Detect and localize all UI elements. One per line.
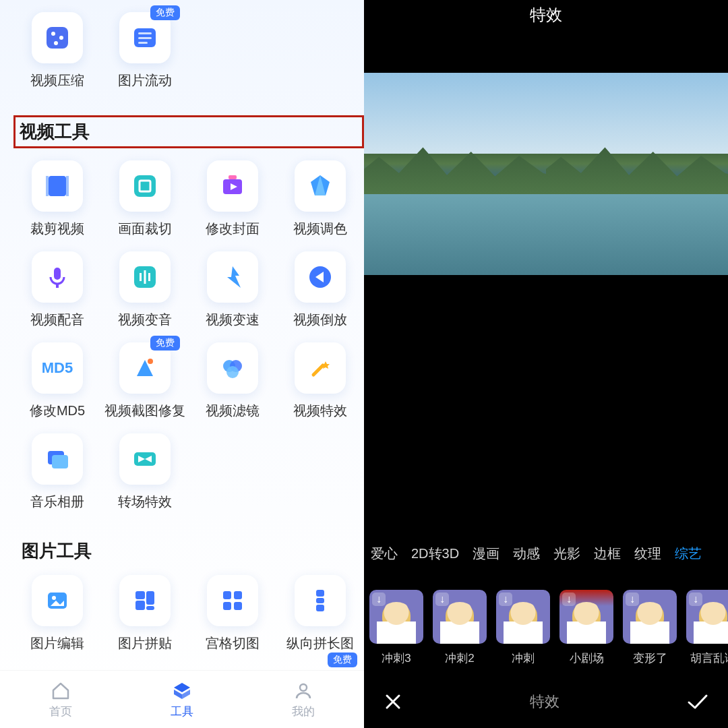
tool-video-filter[interactable]: 视频滤镜 [189,342,276,420]
tool-crop-video[interactable]: 裁剪视频 [13,160,101,238]
tool-image-edit[interactable]: 图片编辑 [13,575,101,653]
top-tool-row: 视频压缩 免费 图片流动 [0,0,364,103]
tool-screenshot-fix[interactable]: 免费 视频截图修复 [101,342,189,420]
tool-video-reverse[interactable]: 视频倒放 [276,251,364,329]
svg-point-2 [59,36,63,40]
svg-rect-6 [138,37,152,39]
tool-grid-cut[interactable]: 宫格切图 [189,575,276,653]
nav-home[interactable]: 首页 [49,679,72,719]
tool-edit-cover[interactable]: 修改封面 [189,160,276,238]
svg-rect-43 [223,602,231,610]
video-tools-grid: 裁剪视频 画面裁切 修改封面 视频调色 视频配音 [0,160,364,524]
svg-rect-46 [316,598,324,603]
video-color-icon [295,160,346,212]
effect-sprint[interactable]: ↓ 冲刺 [496,590,550,666]
video-tools-title: 视频工具 [20,121,90,142]
effect-sprint2[interactable]: ↓ 冲刺2 [433,590,487,666]
voice-change-icon [119,251,171,303]
svg-rect-23 [148,273,150,281]
tool-video-effect[interactable]: 视频特效 [276,342,364,420]
effect-label: 小剧场 [570,650,604,666]
effects-screen: 特效 爱心 2D转3D 漫画 动感 光影 边框 纹理 综艺 ↓ 冲刺3 ↓ 冲刺… [364,0,728,728]
tool-label: 视频特效 [293,402,347,420]
tool-label: 转场特效 [118,493,172,511]
tools-screen: 视频压缩 免费 图片流动 视频工具 裁剪视频 画面裁切 [0,0,364,728]
tool-frame-crop[interactable]: 画面裁切 [101,160,189,238]
svg-rect-21 [140,273,142,281]
crop-video-icon [32,160,83,212]
tool-label: 裁剪视频 [30,220,84,238]
tool-transition-fx[interactable]: 转场特效 [101,433,189,511]
grid-cut-icon [207,575,258,626]
download-icon: ↓ [372,593,386,606]
nav-label: 我的 [292,704,315,719]
image-flow-icon: 免费 [119,12,171,63]
svg-point-1 [51,32,55,36]
screenshot-fix-icon: 免费 [119,342,171,394]
tool-vertical-long[interactable]: 纵向拼长图 [276,575,364,653]
tool-label: 修改封面 [206,220,260,238]
nav-mine[interactable]: 我的 [292,679,315,719]
tool-video-dub[interactable]: 视频配音 [13,251,101,329]
preview-right [546,73,728,275]
video-preview[interactable] [364,32,728,315]
tool-speed-change[interactable]: 视频变速 [189,251,276,329]
tool-image-collage[interactable]: 图片拼贴 [101,575,189,653]
cat-variety[interactable]: 综艺 [675,545,702,563]
highlighted-section-header: 视频工具 [13,115,364,148]
tool-video-color[interactable]: 视频调色 [276,160,364,238]
confirm-button[interactable] [686,692,709,712]
tools-icon [171,679,193,702]
image-collage-icon [119,575,171,626]
speed-change-icon [207,251,258,303]
music-album-icon [32,433,83,485]
effect-sprint3[interactable]: ↓ 冲刺3 [369,590,423,666]
svg-rect-39 [135,601,145,610]
svg-rect-9 [46,176,49,196]
svg-point-3 [54,41,58,45]
cat-texture[interactable]: 纹理 [634,545,661,563]
tool-image-flow[interactable]: 免费 图片流动 [101,12,189,90]
effect-deformed[interactable]: ↓ 变形了 [623,590,677,666]
download-icon: ↓ [499,593,512,606]
svg-point-51 [300,684,307,691]
cat-heart[interactable]: 爱心 [371,545,398,563]
svg-rect-40 [146,606,154,610]
svg-rect-8 [49,176,66,196]
tool-label: 画面裁切 [118,220,172,238]
effect-theatre[interactable]: ↓ 小剧场 [559,590,613,666]
effects-list: ↓ 冲刺3 ↓ 冲刺2 ↓ 冲刺 ↓ 小剧场 ↓ 变形了 ↓ 胡言乱语 [364,576,728,673]
floating-free-badge: 免费 [328,653,357,667]
cat-light[interactable]: 光影 [553,545,580,563]
frame-crop-icon [119,160,171,212]
effect-label: 冲刺3 [382,650,411,666]
video-effect-icon [295,342,346,394]
nav-tools[interactable]: 工具 [171,679,193,719]
bottom-label: 特效 [530,692,559,712]
svg-point-36 [52,596,56,600]
svg-rect-41 [223,591,231,599]
md5-icon: MD5 [32,342,83,394]
cancel-button[interactable] [383,692,403,712]
svg-rect-19 [56,284,59,288]
svg-point-26 [148,359,153,364]
tool-voice-change[interactable]: 视频变音 [101,251,189,329]
tool-music-album[interactable]: 音乐相册 [13,433,101,511]
video-dub-icon [32,251,83,303]
cat-frame[interactable]: 边框 [594,545,621,563]
tool-label: 修改MD5 [30,402,85,420]
cat-2d3d[interactable]: 2D转3D [411,545,459,563]
tool-label: 视频滤镜 [206,402,260,420]
tool-label: 视频变音 [118,311,172,329]
tool-video-compress[interactable]: 视频压缩 [13,12,101,90]
svg-rect-10 [66,176,69,196]
svg-rect-37 [135,591,145,599]
effect-nonsense[interactable]: ↓ 胡言乱语 [686,590,728,666]
tool-label: 视频截图修复 [104,402,185,420]
cat-comic[interactable]: 漫画 [473,545,499,563]
tool-label: 视频调色 [293,220,347,238]
cat-dynamic[interactable]: 动感 [513,545,540,563]
tool-edit-md5[interactable]: MD5 修改MD5 [13,342,101,420]
svg-rect-7 [138,42,148,44]
tool-label: 图片编辑 [30,634,84,653]
